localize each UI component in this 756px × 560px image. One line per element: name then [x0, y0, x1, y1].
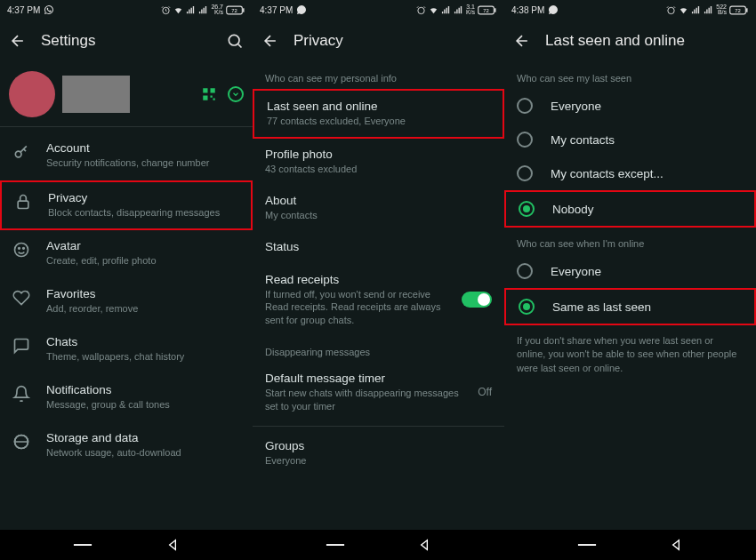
settings-screen: 4:37 PM 26.7K/s 72 Settings AccountSe [0, 0, 253, 560]
settings-item-notifications[interactable]: NotificationsMessage, group & call tones [0, 374, 253, 422]
privacy-item-groups[interactable]: Groups Everyone [253, 430, 504, 476]
svg-text:72: 72 [483, 7, 489, 12]
search-icon[interactable] [226, 32, 244, 50]
privacy-item-receipts[interactable]: Read receipts If turned off, you won't s… [253, 264, 504, 337]
signal-icon [691, 5, 701, 15]
whatsapp-icon [296, 4, 307, 15]
divider [253, 426, 504, 427]
svg-point-17 [418, 7, 424, 13]
qr-icon[interactable] [201, 86, 217, 102]
lastseen-screen: 4:38 PM 522B/s 72 Last seen and online W… [504, 0, 756, 560]
nav-back-icon[interactable] [669, 538, 683, 552]
app-bar: Privacy [253, 20, 504, 62]
radio-nobody[interactable]: Nobody [504, 190, 756, 228]
svg-rect-7 [203, 96, 207, 100]
page-title: Last seen and online [545, 32, 747, 50]
privacy-item-about[interactable]: About My contacts [253, 185, 504, 231]
data-icon [12, 433, 30, 451]
svg-point-13 [19, 247, 20, 249]
whatsapp-icon [548, 4, 559, 15]
radio-online-everyone[interactable]: Everyone [504, 254, 756, 288]
page-title: Privacy [294, 32, 495, 50]
nav-back-icon[interactable] [417, 538, 431, 552]
radio-icon [519, 299, 535, 315]
wifi-icon [173, 5, 183, 15]
status-bar: 4:38 PM 522B/s 72 [504, 0, 756, 20]
settings-item-avatar[interactable]: AvatarCreate, edit, profile photo [0, 230, 253, 278]
wifi-icon [679, 5, 688, 15]
status-time: 4:37 PM [260, 5, 293, 15]
radio-mycontacts[interactable]: My contacts [504, 123, 756, 156]
app-bar: Last seen and online [504, 20, 756, 62]
status-bar: 4:37 PM 3.1K/s 72 [253, 0, 504, 20]
alarm-icon [416, 5, 426, 15]
svg-point-4 [229, 35, 239, 45]
settings-item-privacy[interactable]: PrivacyBlock contacts, disappearing mess… [0, 180, 253, 230]
nav-bar [504, 530, 756, 560]
svg-text:72: 72 [735, 7, 741, 12]
status-bar: 4:37 PM 26.7K/s 72 [0, 0, 253, 20]
settings-item-account[interactable]: AccountSecurity notifications, change nu… [0, 132, 253, 180]
nav-back-icon[interactable] [165, 538, 180, 552]
privacy-screen: 4:37 PM 3.1K/s 72 Privacy Who can see my… [253, 0, 504, 560]
timer-value: Off [478, 386, 492, 398]
svg-point-10 [15, 151, 21, 157]
nav-recents-icon[interactable] [326, 540, 345, 550]
signal-icon [704, 5, 713, 15]
info-note: If you don't share when you were last se… [504, 325, 756, 384]
svg-rect-24 [746, 8, 747, 12]
svg-point-14 [23, 247, 25, 249]
svg-rect-26 [578, 544, 596, 546]
bell-icon [12, 385, 30, 403]
network-speed: 3.1K/s [466, 4, 475, 16]
section-header: Who can see my personal info [253, 62, 504, 89]
section-header: Who can see when I'm online [504, 228, 756, 254]
svg-text:72: 72 [231, 7, 237, 12]
svg-point-22 [668, 7, 674, 13]
nav-recents-icon[interactable] [73, 540, 92, 550]
section-header: Disappearing messages [253, 336, 504, 363]
settings-item-chats[interactable]: ChatsTheme, wallpapers, chat history [0, 326, 253, 374]
profile-name-redacted [62, 76, 130, 113]
signal-icon [454, 5, 463, 15]
status-time: 4:37 PM [7, 5, 40, 15]
app-bar: Settings [0, 20, 253, 62]
whatsapp-icon [44, 4, 54, 15]
battery-icon: 72 [729, 5, 749, 15]
radio-icon [517, 98, 533, 114]
avatar-icon [12, 241, 30, 259]
privacy-item-lastseen[interactable]: Last seen and online 77 contacts exclude… [253, 89, 504, 139]
privacy-item-status[interactable]: Status [253, 231, 504, 264]
section-header: Who can see my last seen [504, 62, 756, 89]
network-speed: 26.7K/s [211, 4, 223, 16]
back-icon[interactable] [9, 32, 27, 50]
alarm-icon [666, 5, 676, 15]
privacy-item-timer[interactable]: Default message timer Start new chats wi… [253, 363, 504, 422]
radio-mycontacts-except[interactable]: My contacts except... [504, 156, 756, 190]
settings-item-favorites[interactable]: FavoritesAdd, reorder, remove [0, 278, 253, 326]
radio-same-as-lastseen[interactable]: Same as last seen [504, 288, 756, 325]
add-account-icon[interactable] [228, 86, 244, 102]
battery-icon: 72 [226, 5, 245, 15]
privacy-item-photo[interactable]: Profile photo 43 contacts excluded [253, 139, 504, 185]
radio-everyone[interactable]: Everyone [504, 89, 756, 123]
radio-icon [519, 201, 535, 217]
page-title: Settings [41, 32, 212, 50]
signal-icon [186, 5, 196, 15]
profile-row[interactable] [0, 62, 253, 127]
nav-bar [0, 530, 253, 560]
radio-icon [517, 263, 533, 279]
read-receipts-toggle[interactable] [462, 292, 492, 308]
back-icon[interactable] [261, 32, 279, 50]
signal-icon [441, 5, 451, 15]
radio-icon [517, 132, 533, 148]
svg-rect-11 [18, 201, 28, 208]
nav-recents-icon[interactable] [577, 540, 597, 550]
back-icon[interactable] [513, 32, 531, 50]
chat-icon [12, 337, 30, 355]
svg-rect-21 [326, 544, 344, 546]
settings-item-storage[interactable]: Storage and dataNetwork usage, auto-down… [0, 422, 253, 470]
signal-icon [198, 5, 208, 15]
nav-bar [253, 530, 504, 560]
radio-icon [517, 165, 533, 181]
